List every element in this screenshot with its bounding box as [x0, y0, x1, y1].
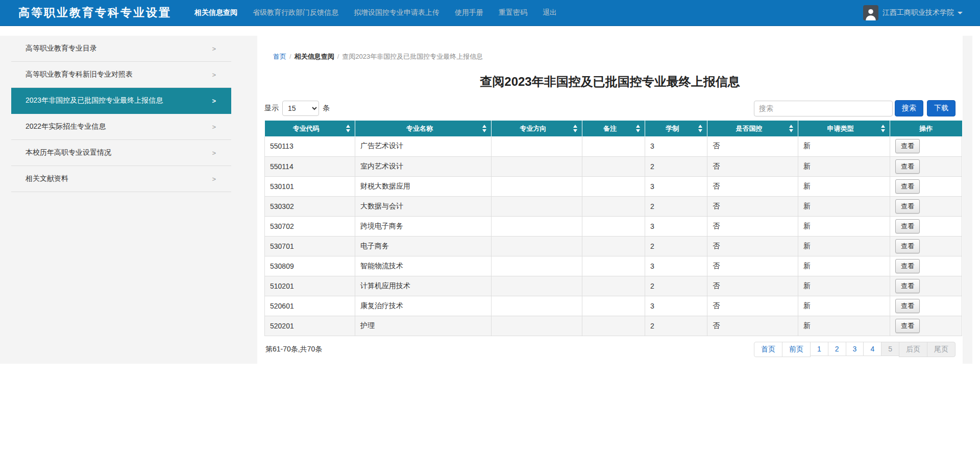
page-link[interactable]: 首页 — [754, 342, 782, 357]
breadcrumb-separator: / — [289, 53, 291, 60]
user-school-name: 江西工商职业技术学院 — [883, 8, 954, 17]
majors-table: 专业代码专业名称专业方向备注学制是否国控申请类型操作 550113广告艺术设计3… — [264, 121, 962, 336]
cell-action: 查看 — [890, 296, 962, 316]
page-link[interactable]: 前页 — [782, 342, 811, 357]
cell-major-name: 大数据与会计 — [355, 196, 492, 216]
page-current: 5 — [881, 342, 899, 356]
table-controls: 显示 15 条 搜索 下载 — [264, 100, 955, 116]
page-link[interactable]: 1 — [810, 342, 828, 356]
sidebar-item-label: 高等职业教育专业目录 — [26, 44, 97, 53]
sidebar-item[interactable]: 2023年非国控及已批国控专业最终上报信息> — [11, 88, 231, 114]
view-button[interactable]: 查看 — [895, 299, 920, 313]
cell-major-direction — [492, 196, 582, 216]
sidebar-item-label: 2022年实际招生专业信息 — [26, 122, 106, 131]
pagination-item: 2 — [828, 342, 846, 357]
column-header[interactable]: 申请类型 — [798, 121, 890, 136]
view-button[interactable]: 查看 — [895, 259, 920, 273]
sort-arrows-icon[interactable] — [698, 125, 703, 132]
chevron-right-icon: > — [212, 123, 216, 131]
cell-major-direction — [492, 216, 582, 236]
view-button[interactable]: 查看 — [895, 279, 920, 293]
page-size-suffix-label: 条 — [323, 104, 330, 113]
cell-apply-type: 新 — [798, 136, 890, 156]
top-navbar: 高等职业教育专科专业设置 相关信息查阅省级教育行政部门反馈信息拟增设国控专业申请… — [0, 0, 980, 26]
breadcrumb-current: 查阅2023年非国控及已批国控专业最终上报信息 — [342, 53, 483, 60]
sidebar-item[interactable]: 相关文献资料> — [11, 166, 231, 192]
sidebar-item[interactable]: 2022年实际招生专业信息> — [11, 114, 231, 140]
cell-major-code: 520201 — [265, 316, 355, 336]
cell-major-code: 530701 — [265, 236, 355, 256]
table-header-row: 专业代码专业名称专业方向备注学制是否国控申请类型操作 — [265, 121, 962, 136]
user-menu[interactable]: 江西工商职业技术学院 — [863, 5, 963, 20]
cell-major-name: 智能物流技术 — [355, 256, 492, 276]
sort-arrows-icon[interactable] — [346, 125, 351, 132]
content-area: 高等职业教育专业目录>高等职业教育专科新旧专业对照表>2023年非国控及已批国控… — [0, 36, 972, 364]
page-link[interactable]: 3 — [846, 342, 864, 356]
table-row: 550113广告艺术设计3否新查看 — [265, 136, 962, 156]
sort-arrows-icon[interactable] — [881, 125, 886, 132]
sort-arrows-icon[interactable] — [789, 125, 794, 132]
cell-years: 2 — [645, 316, 707, 336]
nav-item[interactable]: 使用手册 — [447, 0, 491, 26]
column-header[interactable]: 是否国控 — [707, 121, 798, 136]
cell-is-controlled: 否 — [707, 276, 798, 296]
records-summary: 第61-70条,共70条 — [265, 345, 322, 354]
table-row: 510201计算机应用技术2否新查看 — [265, 276, 962, 296]
cell-major-code: 530101 — [265, 176, 355, 196]
breadcrumb-home-link[interactable]: 首页 — [273, 53, 286, 60]
cell-note — [582, 136, 645, 156]
sidebar-item[interactable]: 本校历年高职专业设置情况> — [11, 140, 231, 166]
view-button[interactable]: 查看 — [895, 219, 920, 233]
nav-item[interactable]: 拟增设国控专业申请表上传 — [346, 0, 447, 26]
nav-item[interactable]: 退出 — [535, 0, 565, 26]
download-button[interactable]: 下载 — [927, 100, 955, 116]
cell-years: 3 — [645, 176, 707, 196]
view-button[interactable]: 查看 — [895, 319, 920, 333]
column-header[interactable]: 专业名称 — [355, 121, 492, 136]
nav-item[interactable]: 重置密码 — [491, 0, 535, 26]
sidebar-item[interactable]: 高等职业教育专业目录> — [11, 36, 231, 62]
sort-arrows-icon[interactable] — [573, 125, 578, 132]
sidebar-item[interactable]: 高等职业教育专科新旧专业对照表> — [11, 62, 231, 88]
table-row: 530302大数据与会计2否新查看 — [265, 196, 962, 216]
cell-major-direction — [492, 236, 582, 256]
pagination-item: 4 — [864, 342, 881, 357]
view-button[interactable]: 查看 — [895, 179, 920, 194]
sort-arrows-icon[interactable] — [482, 125, 487, 132]
nav-item[interactable]: 省级教育行政部门反馈信息 — [245, 0, 346, 26]
chevron-right-icon: > — [212, 149, 216, 157]
sidebar-item-label: 本校历年高职专业设置情况 — [26, 148, 111, 157]
column-header[interactable]: 操作 — [890, 121, 962, 136]
search-button[interactable]: 搜索 — [895, 100, 923, 116]
nav-item[interactable]: 相关信息查阅 — [187, 0, 245, 26]
page-link[interactable]: 2 — [828, 342, 846, 356]
cell-note — [582, 276, 645, 296]
cell-apply-type: 新 — [798, 256, 890, 276]
view-button[interactable]: 查看 — [895, 139, 920, 153]
view-button[interactable]: 查看 — [895, 159, 920, 174]
navbar-menu: 相关信息查阅省级教育行政部门反馈信息拟增设国控专业申请表上传使用手册重置密码退出 — [187, 0, 565, 26]
table-row: 520601康复治疗技术3否新查看 — [265, 296, 962, 316]
cell-is-controlled: 否 — [707, 296, 798, 316]
pagination-item: 5 — [881, 342, 899, 357]
column-header[interactable]: 专业代码 — [265, 121, 355, 136]
cell-major-code: 530302 — [265, 196, 355, 216]
view-button[interactable]: 查看 — [895, 199, 920, 214]
cell-is-controlled: 否 — [707, 196, 798, 216]
cell-note — [582, 256, 645, 276]
sort-arrows-icon[interactable] — [636, 125, 641, 132]
cell-action: 查看 — [890, 176, 962, 196]
column-header[interactable]: 学制 — [645, 121, 707, 136]
page-size-select[interactable]: 15 — [282, 101, 319, 116]
page-link[interactable]: 4 — [863, 342, 881, 356]
cell-action: 查看 — [890, 136, 962, 156]
cell-years: 2 — [645, 196, 707, 216]
cell-note — [582, 176, 645, 196]
view-button[interactable]: 查看 — [895, 239, 920, 253]
cell-apply-type: 新 — [798, 156, 890, 176]
search-input[interactable] — [754, 101, 893, 116]
table-row: 520201护理2否新查看 — [265, 316, 962, 336]
cell-major-direction — [492, 276, 582, 296]
column-header[interactable]: 备注 — [582, 121, 645, 136]
column-header[interactable]: 专业方向 — [492, 121, 582, 136]
